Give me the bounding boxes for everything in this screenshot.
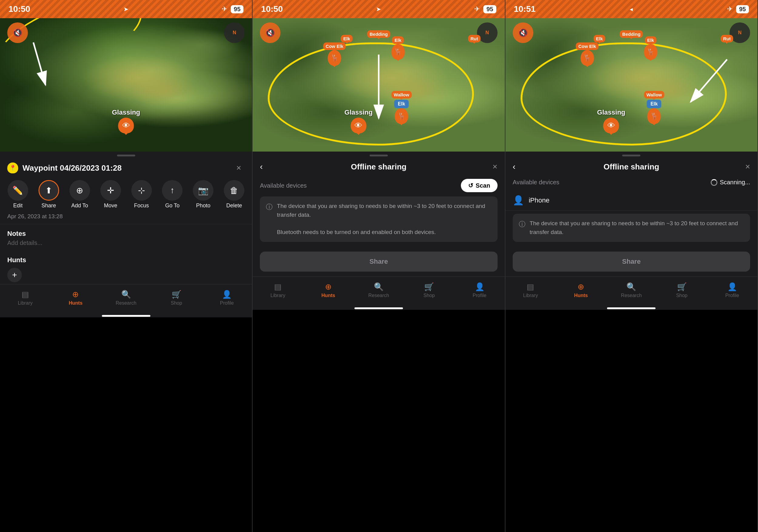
move-btn-1[interactable]: ✛ Move xyxy=(100,180,121,209)
nav-shop-3[interactable]: 🛒 Shop xyxy=(656,280,707,301)
home-bar-2 xyxy=(355,307,403,309)
nav-research-icon-3: 🔍 xyxy=(626,282,636,292)
map-area-2[interactable]: 🔇 N Bedding Elk Cow Elk 🦌 Elk 🦌 Rut xyxy=(253,18,504,151)
glassing-marker-1: Glassing 👁 xyxy=(112,109,140,133)
addto-btn-1[interactable]: ⊕ Add To xyxy=(69,180,90,209)
nav-hunts-label-3: Hunts xyxy=(574,293,588,298)
offline-close-btn-2[interactable]: × xyxy=(485,162,498,172)
addto-label-1: Add To xyxy=(71,203,88,209)
nav-profile-icon-3: 👤 xyxy=(727,282,737,292)
mute-btn-1[interactable]: 🔇 xyxy=(7,22,28,43)
nav-hunts-3[interactable]: ⊕ Hunts xyxy=(556,280,606,301)
share-action-btn-2[interactable]: Share xyxy=(260,251,497,272)
nav-library-2[interactable]: ▤ Library xyxy=(253,280,303,301)
share-btn-1[interactable]: ⬆ Share xyxy=(38,180,59,209)
elk2-label-3: Elk xyxy=(645,36,657,44)
home-bar-1 xyxy=(102,315,151,317)
wallow-marker-3: Wallow Elk 🦌 xyxy=(644,91,664,124)
status-time-2: 10:50 xyxy=(261,4,283,14)
photo-btn-1[interactable]: 📷 Photo xyxy=(192,180,214,209)
map-arc-1 xyxy=(0,18,151,91)
elk-marker-3: Elk xyxy=(594,35,605,43)
bottom-nav-1: ▤ Library ⊕ Hunts 🔍 Research 🛒 Shop 👤 Pr… xyxy=(0,284,252,315)
status-right-2: ✈ 95 xyxy=(474,5,496,13)
nav-research-2[interactable]: 🔍 Research xyxy=(354,280,404,301)
battery-badge-2: 95 xyxy=(483,5,496,13)
waypoint-close-btn-1[interactable]: × xyxy=(232,162,245,174)
back-btn-3[interactable]: ‹ xyxy=(513,162,525,172)
offline-sheet-2: ‹ Offline sharing × Available devices ↺ … xyxy=(253,151,504,277)
home-indicator-2 xyxy=(253,307,504,310)
plane-icon-1: ✈ xyxy=(222,5,227,13)
hunts-add-btn-1[interactable]: + xyxy=(7,268,22,282)
scanning-label-3: Scanning... xyxy=(720,179,750,186)
glassing-marker-2: Glassing 👁 xyxy=(344,109,373,133)
plane-icon-3: ✈ xyxy=(727,5,733,13)
bedding-label-2: Bedding xyxy=(367,30,390,38)
nav-library-1[interactable]: ▤ Library xyxy=(0,287,50,308)
panel-2: 10:50 ➤ ✈ 95 🔇 N Bedding Elk Cow Elk xyxy=(253,0,505,532)
nav-research-label-3: Research xyxy=(621,293,641,298)
focus-btn-1[interactable]: ⊹ Focus xyxy=(131,180,152,209)
cowelk-icon-2: 🦌 xyxy=(328,50,341,66)
nav-library-icon-1: ▤ xyxy=(21,290,29,299)
nav-hunts-icon-2: ⊕ xyxy=(325,282,332,292)
elk2-icon-2: 🦌 xyxy=(392,44,405,60)
offline-close-btn-3[interactable]: × xyxy=(738,162,750,172)
device-item-3[interactable]: 👤 iPhone xyxy=(505,190,757,211)
offline-header-2: ‹ Offline sharing × xyxy=(253,156,504,175)
nav-hunts-1[interactable]: ⊕ Hunts xyxy=(50,287,101,308)
notes-content-1[interactable]: Add details... xyxy=(0,240,252,251)
nav-library-icon-2: ▤ xyxy=(274,282,282,292)
scan-btn-2[interactable]: ↺ Scan xyxy=(461,179,498,192)
nav-profile-3[interactable]: 👤 Profile xyxy=(707,280,757,301)
nav-profile-1[interactable]: 👤 Profile xyxy=(202,287,252,308)
edit-icon-1: ✏️ xyxy=(8,180,28,201)
devices-row-3: Available devices Scanning... xyxy=(505,175,757,190)
delete-icon-1: 🗑 xyxy=(224,180,244,201)
nav-library-label-2: Library xyxy=(270,293,285,298)
nav-profile-label-2: Profile xyxy=(473,293,486,298)
nav-profile-2[interactable]: 👤 Profile xyxy=(454,280,504,301)
cowelk-label-2: Cow Elk xyxy=(323,43,346,50)
mute-btn-2[interactable]: 🔇 xyxy=(260,22,281,43)
nav-research-3[interactable]: 🔍 Research xyxy=(606,280,656,301)
elk2-marker-3: Elk 🦌 xyxy=(644,36,657,60)
compass-btn-1[interactable]: N xyxy=(224,22,245,43)
share-icon-1: ⬆ xyxy=(39,180,59,201)
share-action-btn-3[interactable]: Share xyxy=(513,251,750,272)
map-area-1[interactable]: 🔇 N Glassing 👁 xyxy=(0,18,252,151)
nav-shop-2[interactable]: 🛒 Shop xyxy=(404,280,454,301)
goto-btn-1[interactable]: ↑ Go To xyxy=(162,180,183,209)
edit-label-1: Edit xyxy=(13,203,22,209)
status-right-1: ✈ 95 xyxy=(222,5,243,13)
delete-btn-1[interactable]: 🗑 Delete xyxy=(224,180,245,209)
nav-library-3[interactable]: ▤ Library xyxy=(505,280,556,301)
svg-line-5 xyxy=(691,59,727,102)
offline-sheet-3: ‹ Offline sharing × Available devices Sc… xyxy=(505,151,757,277)
info-text-3: The device that you are sharing to needs… xyxy=(530,219,744,236)
nav-research-1[interactable]: 🔍 Research xyxy=(101,287,151,308)
nav-hunts-label-2: Hunts xyxy=(322,293,335,298)
glassing-label-2: Glassing xyxy=(344,109,373,116)
device-person-icon-3: 👤 xyxy=(513,195,524,206)
edit-btn-1[interactable]: ✏️ Edit xyxy=(7,180,28,209)
action-row-1: ✏️ Edit ⬆ Share ⊕ Add To ✛ Move ⊹ Focus … xyxy=(0,177,252,212)
nav-hunts-2[interactable]: ⊕ Hunts xyxy=(303,280,354,301)
nav-research-label-2: Research xyxy=(368,293,389,298)
nav-shop-1[interactable]: 🛒 Shop xyxy=(151,287,202,308)
goto-icon-1: ↑ xyxy=(162,180,183,201)
mute-btn-3[interactable]: 🔇 xyxy=(513,22,533,43)
offline-title-3: Offline sharing xyxy=(525,162,738,172)
delete-label-1: Delete xyxy=(226,203,242,209)
hunts-title-1: Hunts xyxy=(0,251,252,266)
arrow-1 xyxy=(18,36,54,98)
offline-header-3: ‹ Offline sharing × xyxy=(505,156,757,175)
back-btn-2[interactable]: ‹ xyxy=(260,162,272,172)
nav-hunts-icon-1: ⊕ xyxy=(72,290,79,299)
devices-label-2: Available devices xyxy=(260,182,307,189)
map-area-3[interactable]: 🔇 N Bedding Elk Cow Elk 🦌 Elk 🦌 Rut xyxy=(505,18,757,151)
glassing-icon-2: 👁 xyxy=(351,117,366,133)
glassing-marker-3: Glassing 👁 xyxy=(597,109,625,133)
nav-profile-label-3: Profile xyxy=(725,293,739,298)
